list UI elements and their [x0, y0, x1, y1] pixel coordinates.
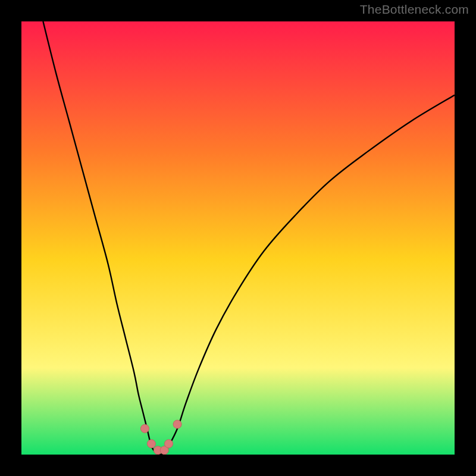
curve-marker	[140, 424, 149, 433]
gradient-background	[21, 21, 455, 455]
curve-marker	[165, 440, 173, 448]
watermark-text: TheBottleneck.com	[360, 2, 469, 17]
curve-marker	[147, 440, 155, 448]
chart-plot-area	[21, 21, 455, 455]
curve-marker	[173, 420, 181, 428]
chart-svg	[21, 21, 455, 455]
